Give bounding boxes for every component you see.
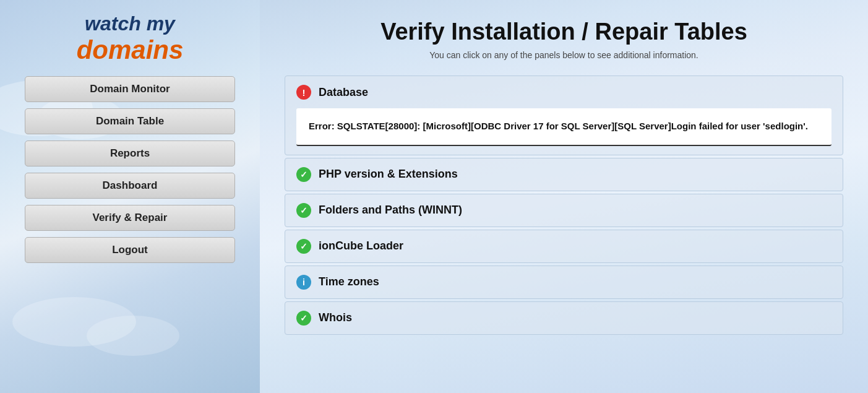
nav-verify-repair[interactable]: Verify & Repair xyxy=(25,205,235,231)
panel-database: ! Database Error: SQLSTATE[28000]: [Micr… xyxy=(285,76,843,155)
error-icon: ! xyxy=(296,85,311,100)
cloud-decoration xyxy=(87,316,179,356)
panel-whois-title: Whois xyxy=(319,311,352,324)
page-title: Verify Installation / Repair Tables xyxy=(285,19,843,45)
panel-whois-header[interactable]: ✓ Whois xyxy=(285,302,843,334)
ok-icon-php: ✓ xyxy=(296,167,311,182)
panel-folders-header[interactable]: ✓ Folders and Paths (WINNT) xyxy=(285,194,843,227)
sidebar: watch my domains Domain Monitor Domain T… xyxy=(0,0,260,393)
logo-line1: watch my xyxy=(77,12,184,35)
ok-icon-whois: ✓ xyxy=(296,311,311,326)
database-error-box: Error: SQLSTATE[28000]: [Microsoft][ODBC… xyxy=(296,108,831,146)
panel-timezones-title: Time zones xyxy=(319,275,379,288)
info-icon-timezones: i xyxy=(296,275,311,290)
panel-timezones-header[interactable]: i Time zones xyxy=(285,266,843,298)
panel-whois: ✓ Whois xyxy=(285,301,843,335)
panel-database-title: Database xyxy=(319,86,368,99)
main-content: Verify Installation / Repair Tables You … xyxy=(260,0,868,356)
nav-logout[interactable]: Logout xyxy=(25,237,235,263)
nav-domain-table[interactable]: Domain Table xyxy=(25,108,235,134)
panel-php-header[interactable]: ✓ PHP version & Extensions xyxy=(285,158,843,191)
panel-folders-title: Folders and Paths (WINNT) xyxy=(319,204,462,217)
panel-database-header[interactable]: ! Database xyxy=(285,76,843,108)
panel-ioncube-title: ionCube Loader xyxy=(319,240,403,253)
panel-php-title: PHP version & Extensions xyxy=(319,168,458,181)
panel-ioncube-header[interactable]: ✓ ionCube Loader xyxy=(285,230,843,262)
panel-folders: ✓ Folders and Paths (WINNT) xyxy=(285,194,843,227)
logo: watch my domains xyxy=(77,12,184,65)
panel-timezones: i Time zones xyxy=(285,266,843,299)
database-error-text: Error: SQLSTATE[28000]: [Microsoft][ODBC… xyxy=(309,121,808,131)
nav-domain-monitor[interactable]: Domain Monitor xyxy=(25,76,235,102)
nav-dashboard[interactable]: Dashboard xyxy=(25,173,235,199)
logo-line2: domains xyxy=(77,35,184,65)
ok-icon-ioncube: ✓ xyxy=(296,239,311,254)
nav-reports[interactable]: Reports xyxy=(25,140,235,166)
page-subtitle: You can click on any of the panels below… xyxy=(285,50,843,60)
panel-ioncube: ✓ ionCube Loader xyxy=(285,230,843,263)
sidebar-content: watch my domains Domain Monitor Domain T… xyxy=(0,6,260,269)
panel-php: ✓ PHP version & Extensions xyxy=(285,158,843,191)
main-area: Verify Installation / Repair Tables You … xyxy=(260,0,868,393)
ok-icon-folders: ✓ xyxy=(296,203,311,218)
